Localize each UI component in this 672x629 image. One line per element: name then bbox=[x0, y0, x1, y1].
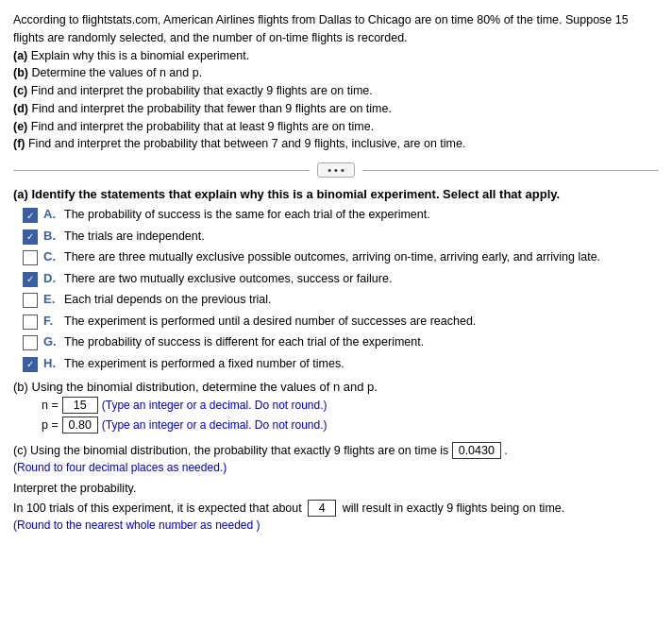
part-e-desc: (e) Find and interpret the probability t… bbox=[13, 120, 374, 133]
p-label: p = bbox=[42, 418, 59, 432]
divider: • • • bbox=[13, 162, 659, 178]
checkbox-d[interactable] bbox=[23, 272, 38, 287]
part-c-prob-row: (c) Using the binomial distribution, the… bbox=[13, 441, 659, 460]
option-text-a: The probability of success is the same f… bbox=[64, 207, 430, 224]
option-text-c: There are three mutually exclusive possi… bbox=[64, 249, 600, 266]
option-list: A. The probability of success is the sam… bbox=[23, 207, 659, 372]
part-d-desc: (d) Find and interpret the probability t… bbox=[13, 102, 392, 115]
interpret-text-end: will result in exactly 9 flights being o… bbox=[343, 502, 565, 515]
interpret-text-start: In 100 trials of this experiment, it is … bbox=[13, 502, 302, 515]
problem-statement: According to flightstats.com, American A… bbox=[13, 11, 659, 153]
part-b-desc: (b) Determine the values of n and p. bbox=[13, 66, 202, 79]
checkbox-a[interactable] bbox=[23, 208, 38, 223]
part-a-section: (a) Identify the statements that explain… bbox=[13, 187, 659, 372]
option-row-h: H. The experiment is performed a fixed n… bbox=[23, 356, 659, 373]
option-row-c: C. There are three mutually exclusive po… bbox=[23, 249, 659, 266]
option-text-d: There are two mutually exclusive outcome… bbox=[64, 271, 392, 288]
checkbox-e[interactable] bbox=[23, 293, 38, 308]
option-row-b: B. The trials are independent. bbox=[23, 229, 659, 246]
option-text-f: The experiment is performed until a desi… bbox=[64, 314, 476, 331]
checkbox-c[interactable] bbox=[23, 250, 38, 265]
part-b-section: (b) Using the binomial distribution, det… bbox=[13, 380, 659, 434]
checkbox-h[interactable] bbox=[23, 357, 38, 372]
checkbox-f[interactable] bbox=[23, 314, 38, 330]
n-row: n = (Type an integer or a decimal. Do no… bbox=[42, 397, 659, 414]
option-letter-c: C. bbox=[43, 249, 59, 264]
part-a-instruction: (a) Identify the statements that explain… bbox=[13, 187, 659, 201]
n-input[interactable] bbox=[62, 397, 98, 414]
part-a-desc: (a) Explain why this is a binomial exper… bbox=[13, 49, 249, 62]
divider-line-right bbox=[362, 170, 659, 171]
part-c-instruction-end: . bbox=[504, 444, 507, 457]
divider-line-left bbox=[13, 170, 310, 171]
option-text-b: The trials are independent. bbox=[64, 229, 205, 246]
option-letter-h: H. bbox=[43, 356, 59, 370]
option-letter-g: G. bbox=[43, 334, 59, 348]
option-text-h: The experiment is performed a fixed numb… bbox=[64, 356, 344, 373]
interpret-label: Interpret the probability. bbox=[13, 480, 659, 498]
divider-button[interactable]: • • • bbox=[317, 162, 355, 178]
intro-text: According to flightstats.com, American A… bbox=[13, 13, 629, 44]
part-f-desc: (f) Find and interpret the probability t… bbox=[13, 137, 465, 150]
expected-value-input[interactable] bbox=[308, 500, 336, 517]
p-input[interactable] bbox=[62, 416, 98, 434]
p-row: p = (Type an integer or a decimal. Do no… bbox=[42, 416, 659, 434]
part-c-section: (c) Using the binomial distribution, the… bbox=[13, 441, 659, 532]
option-letter-e: E. bbox=[43, 292, 59, 306]
checkbox-b[interactable] bbox=[23, 230, 38, 245]
option-row-g: G. The probability of success is differe… bbox=[23, 334, 659, 351]
part-c-instruction-start: (c) Using the binomial distribution, the… bbox=[13, 444, 448, 457]
part-c-round-note: (Round to four decimal places as needed.… bbox=[13, 461, 659, 474]
option-letter-d: D. bbox=[43, 271, 59, 285]
option-letter-f: F. bbox=[43, 314, 59, 328]
option-row-e: E. Each trial depends on the previous tr… bbox=[23, 292, 659, 309]
part-c-round-note2: (Round to the nearest whole number as ne… bbox=[13, 518, 659, 532]
option-letter-a: A. bbox=[43, 207, 59, 221]
option-row-a: A. The probability of success is the sam… bbox=[23, 207, 659, 224]
p-hint: (Type an integer or a decimal. Do not ro… bbox=[102, 418, 328, 432]
probability-input[interactable] bbox=[452, 442, 501, 459]
n-hint: (Type an integer or a decimal. Do not ro… bbox=[102, 399, 328, 412]
option-row-d: D. There are two mutually exclusive outc… bbox=[23, 271, 659, 288]
option-text-g: The probability of success is different … bbox=[64, 334, 424, 351]
part-c-desc: (c) Find and interpret the probability t… bbox=[13, 84, 373, 97]
interpret-text-row: In 100 trials of this experiment, it is … bbox=[13, 500, 659, 518]
n-label: n = bbox=[42, 399, 59, 412]
part-b-instruction: (b) Using the binomial distribution, det… bbox=[13, 380, 378, 394]
option-row-f: F. The experiment is performed until a d… bbox=[23, 314, 659, 331]
checkbox-g[interactable] bbox=[23, 335, 38, 350]
option-text-e: Each trial depends on the previous trial… bbox=[64, 292, 272, 309]
option-letter-b: B. bbox=[43, 229, 59, 243]
